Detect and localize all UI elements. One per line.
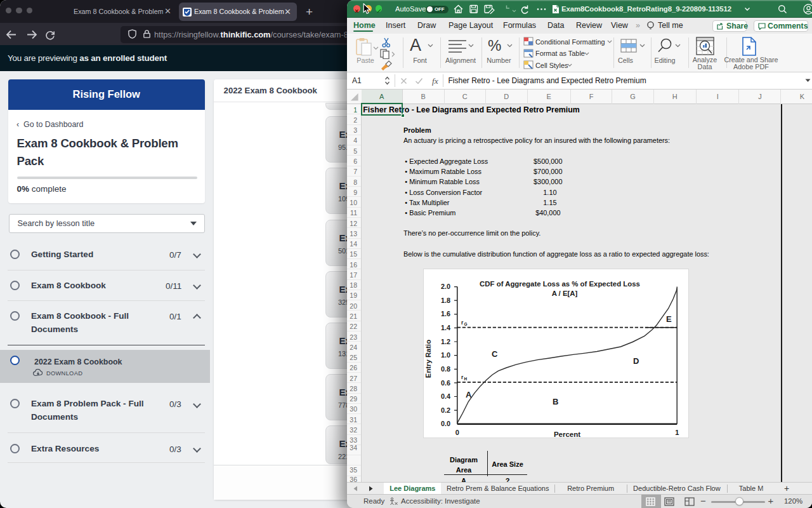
svg-text:1.4: 1.4	[441, 324, 450, 331]
svg-text:0.2: 0.2	[441, 406, 450, 414]
svg-text:0.0: 0.0	[441, 420, 450, 427]
svg-text:0.8: 0.8	[441, 365, 450, 373]
svg-text:2.0: 2.0	[441, 283, 450, 290]
svg-text:1.2: 1.2	[441, 338, 450, 345]
svg-text:C: C	[492, 349, 498, 359]
svg-text:Percent: Percent	[554, 431, 580, 438]
svg-text:1: 1	[675, 429, 679, 436]
svg-text:CDF of Aggregate Loss as % of: CDF of Aggregate Loss as % of Expected L…	[480, 280, 640, 288]
svg-text:r: r	[461, 374, 464, 380]
svg-text:0: 0	[455, 429, 459, 436]
svg-text:D: D	[633, 356, 639, 366]
svg-text:A / E[A]: A / E[A]	[552, 290, 578, 297]
svg-text:E: E	[666, 314, 672, 324]
svg-text:0.6: 0.6	[441, 379, 450, 387]
svg-text:1.6: 1.6	[441, 310, 450, 318]
svg-text:1.8: 1.8	[441, 297, 450, 304]
svg-text:r: r	[461, 319, 464, 326]
svg-text:0.4: 0.4	[441, 392, 450, 400]
svg-text:B: B	[553, 397, 558, 406]
svg-text:A: A	[466, 390, 472, 399]
svg-text:Entry Ratio: Entry Ratio	[424, 340, 432, 378]
svg-text:1.0: 1.0	[441, 351, 450, 359]
svg-text:H: H	[464, 377, 468, 381]
svg-text:G: G	[464, 322, 468, 326]
